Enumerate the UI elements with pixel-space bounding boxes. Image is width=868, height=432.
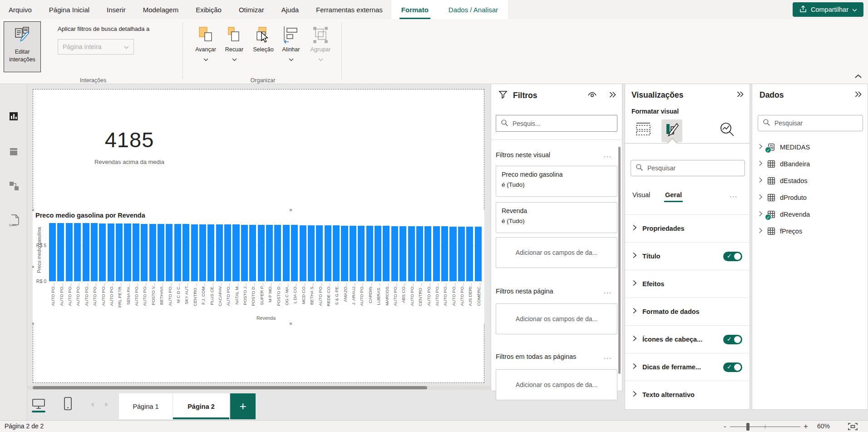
menu-tab-formato[interactable]: Formato	[391, 0, 439, 19]
analytics-icon[interactable]	[719, 121, 736, 140]
bar-lubras-39[interactable]	[375, 226, 381, 281]
bar-s-g-pe-34[interactable]	[333, 225, 340, 281]
toggle-on[interactable]	[723, 362, 742, 372]
chevron-right-icon[interactable]	[759, 227, 763, 235]
bar-posto-d-24[interactable]	[249, 225, 256, 281]
tab-general[interactable]: Geral	[665, 191, 682, 199]
resize-handle[interactable]	[289, 322, 292, 325]
filters-search-input[interactable]: Pesquis...	[496, 115, 617, 132]
bar-f-j-com-18[interactable]	[199, 224, 206, 281]
bar-posto-j-23[interactable]	[241, 225, 248, 282]
recuar-button[interactable]: Recuar	[220, 21, 248, 78]
bar-auto-po-10[interactable]	[133, 223, 139, 281]
bar-sky-aut-16[interactable]	[182, 224, 189, 281]
bar-rede-co-33[interactable]	[325, 225, 331, 281]
data-table-dbandeira[interactable]: dBandeira	[752, 155, 868, 172]
chevron-down-icon[interactable]	[203, 55, 208, 60]
viz-section-texto-alternativo[interactable]: Texto alternativo	[625, 381, 750, 408]
bar-bethavi-13[interactable]	[158, 224, 164, 281]
resize-handle[interactable]	[289, 209, 292, 212]
zoom-in-button[interactable]: +	[804, 422, 808, 431]
model-view-icon[interactable]	[9, 180, 20, 193]
bar-auto-po-6[interactable]	[99, 223, 106, 282]
drill-scope-dropdown[interactable]: Página inteira	[58, 39, 134, 55]
menu-item-ajuda[interactable]: Ajuda	[273, 0, 307, 19]
tab-visual[interactable]: Visual	[632, 191, 650, 199]
chevron-right-icon[interactable]	[759, 143, 763, 151]
viz-section-dicas-de-ferrame[interactable]: Dicas de ferrame...	[625, 353, 750, 381]
page-tab-pa-gina-2[interactable]: Página 2	[173, 393, 229, 419]
bar-auto-po-47[interactable]	[441, 226, 448, 281]
viz-section-efeitos[interactable]: Efeitos	[625, 270, 750, 298]
bar-centro-17[interactable]	[191, 224, 198, 281]
edit-interactions-button[interactable]: Editar interações	[4, 21, 41, 72]
page-tab-pa-gina-1[interactable]: Página 1	[119, 393, 173, 419]
menu-item-otimizar[interactable]: Otimizar	[230, 0, 273, 19]
menu-item-pa-gina-inicial[interactable]: Página Inicial	[40, 0, 98, 19]
menu-item-modelagem[interactable]: Modelagem	[134, 0, 187, 19]
chevron-right-icon[interactable]	[759, 177, 763, 185]
add-filter-field-dropzone[interactable]: Adicionar os campos de da...	[496, 237, 617, 268]
bar-auto-po-0[interactable]	[49, 223, 56, 281]
chevron-right-icon[interactable]	[759, 160, 763, 168]
avanc-ar-button[interactable]: Avançar	[192, 21, 220, 78]
data-table-destados[interactable]: dEstados	[752, 172, 868, 189]
toggle-on[interactable]	[723, 335, 742, 344]
bar-centro-44[interactable]	[416, 226, 423, 281]
selec-a-o-button[interactable]: Seleção	[249, 21, 277, 78]
zoom-slider-thumb[interactable]	[746, 423, 750, 431]
bar-cacapav-20[interactable]	[216, 224, 223, 281]
menu-item-exibic-a-o[interactable]: Exibição	[187, 0, 230, 19]
bar-posto-v-12[interactable]	[149, 224, 156, 281]
collapse-pane-icon[interactable]	[736, 91, 744, 99]
bar-auto-po-5[interactable]	[91, 223, 98, 281]
bar-j-arauj-36[interactable]	[350, 226, 356, 281]
filters-scrollbar[interactable]	[618, 147, 621, 374]
viz-section-propriedades[interactable]: Propriedades	[625, 214, 750, 242]
resize-handle[interactable]	[31, 322, 35, 325]
bar-auto-po-32[interactable]	[316, 225, 323, 281]
add-filter-field-dropzone[interactable]: Adicionar os campos de da...	[496, 369, 617, 400]
viz-section-formato-de-dados[interactable]: Formato de dados	[625, 298, 750, 325]
menu-item-ferramentas-externas[interactable]: Ferramentas externas	[307, 0, 391, 19]
bar-auto-po-48[interactable]	[449, 227, 456, 281]
more-options-icon[interactable]: ...	[604, 288, 612, 295]
data-table-medidas[interactable]: ✓MEDIDAS	[752, 139, 868, 155]
bar-plus-ce-19[interactable]	[207, 224, 214, 281]
add-filter-field-dropzone[interactable]: Adicionar os campos de da...	[496, 303, 617, 334]
data-table-drevenda[interactable]: ✓dRevenda	[752, 206, 868, 223]
fit-to-page-icon[interactable]	[848, 423, 858, 432]
bar-comerc-51[interactable]	[475, 227, 482, 281]
next-page-icon[interactable]	[104, 401, 109, 409]
share-button[interactable]: Compartilhar	[793, 2, 863, 17]
bar-auto-po-37[interactable]	[358, 226, 365, 281]
bar-super-p-25[interactable]	[258, 225, 265, 281]
bar-m-c-d-c-15[interactable]	[174, 224, 181, 281]
chevron-right-icon[interactable]	[759, 210, 763, 218]
toggle-on[interactable]	[723, 252, 742, 261]
bar-auto-po-11[interactable]	[141, 224, 148, 281]
bar-og-c-ma-28[interactable]	[283, 225, 290, 281]
bar-auto-po-21[interactable]	[224, 224, 231, 281]
collapse-pane-icon[interactable]	[609, 91, 616, 100]
menu-item-arquivo[interactable]: Arquivo	[0, 0, 40, 19]
bar-betha-s-31[interactable]	[308, 225, 315, 281]
bar-cardin-38[interactable]	[366, 226, 373, 281]
bar-auto-po-1[interactable]	[57, 223, 64, 281]
alinhar-button[interactable]: Alinhar	[277, 21, 305, 78]
collapse-pane-icon[interactable]	[854, 91, 862, 99]
table-view-icon[interactable]	[9, 147, 19, 159]
data-table-dproduto[interactable]: dProduto	[752, 189, 868, 206]
bar-prl-petr-8[interactable]	[116, 223, 123, 281]
bar-m-p-mo-26[interactable]	[266, 225, 273, 281]
resize-handle[interactable]	[31, 265, 35, 268]
bar-natal-m-22[interactable]	[232, 224, 239, 281]
zoom-out-button[interactable]: -	[724, 422, 726, 431]
add-page-button[interactable]: +	[230, 393, 256, 419]
bar-ajs-deri-50[interactable]	[466, 227, 473, 281]
chevron-down-icon[interactable]	[232, 55, 237, 60]
zoom-level[interactable]: 60%	[817, 422, 830, 430]
bar-amazo-35[interactable]	[341, 226, 348, 281]
bar-auto-po-2[interactable]	[66, 223, 73, 281]
bar-auto-po-7[interactable]	[108, 223, 114, 281]
